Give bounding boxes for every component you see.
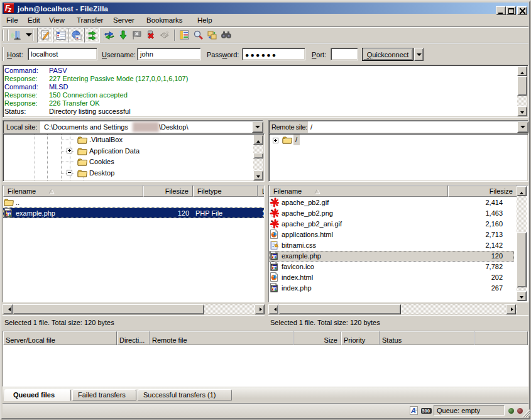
svg-text:z: z <box>8 6 11 13</box>
